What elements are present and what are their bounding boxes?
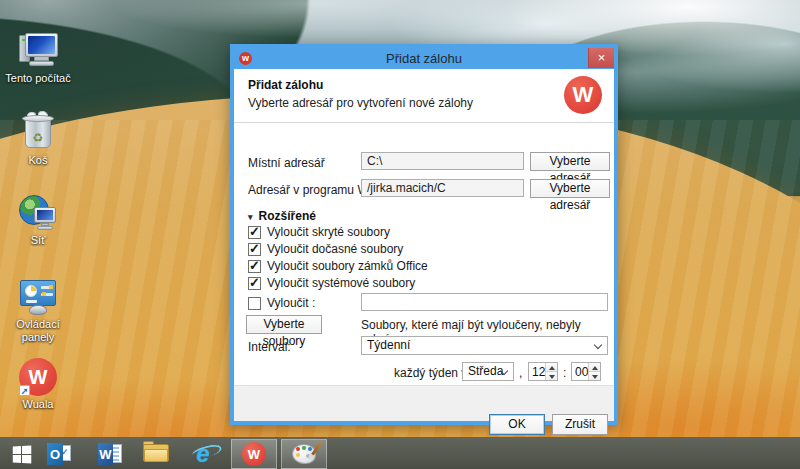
taskbar-item-file-explorer[interactable] xyxy=(141,440,171,468)
wuala-icon: W ➚ xyxy=(17,358,59,396)
advanced-section-label: Rozšířené xyxy=(259,209,316,223)
checkbox-exclude-hidden[interactable]: Vyloučit skryté soubory xyxy=(248,225,390,239)
close-button[interactable]: × xyxy=(588,48,614,68)
dialog-body: Přidat zálohu Vyberte adresář pro vytvoř… xyxy=(234,69,614,421)
minute-spinner[interactable]: 00 xyxy=(571,362,601,381)
desktop-icon-recycle-bin[interactable]: ♻ Koš xyxy=(0,114,76,167)
taskbar: O W e W xyxy=(0,437,800,469)
schedule-colon: : xyxy=(563,366,566,380)
checkbox-box[interactable] xyxy=(248,226,261,239)
desktop-icon-label: Tento počítač xyxy=(0,72,76,85)
checkbox-box[interactable] xyxy=(248,297,261,310)
choose-local-dir-button[interactable]: Vyberte adresář xyxy=(530,152,610,171)
chevron-down-icon xyxy=(594,341,602,349)
local-dir-field[interactable]: C:\ xyxy=(361,152,524,170)
checkbox-exclude-office-locks[interactable]: Vyloučit soubory zámků Office xyxy=(248,259,428,273)
add-backup-dialog: w Přidat zálohu × Přidat zálohu Vyberte … xyxy=(230,44,618,425)
checkbox-box[interactable] xyxy=(248,260,261,273)
checkbox-label: Vyloučit skryté soubory xyxy=(267,225,390,239)
interval-value: Týdenní xyxy=(367,338,410,352)
weekday-select[interactable]: Středa xyxy=(462,362,514,381)
checkbox-box[interactable] xyxy=(248,277,261,290)
choose-wuala-dir-button[interactable]: Vyberte adresář xyxy=(530,179,610,198)
dialog-header-subtitle: Vyberte adresář pro vytvoření nové záloh… xyxy=(248,96,473,110)
desktop-icon-label: Ovládací panely xyxy=(0,318,76,344)
checkbox-label: Vyloučit systémové soubory xyxy=(267,276,415,290)
internet-explorer-icon: e xyxy=(196,442,209,466)
wuala-dir-field[interactable]: /jirka.macich/C xyxy=(361,179,524,197)
checkbox-label: Vyloučit dočasné soubory xyxy=(267,242,403,256)
taskbar-item-paint[interactable] xyxy=(281,439,327,469)
recycle-bin-icon: ♻ xyxy=(17,114,59,152)
taskbar-item-wuala[interactable]: W xyxy=(231,439,277,469)
desktop-icon-label: Síť xyxy=(0,234,76,247)
minute-value: 00 xyxy=(575,365,588,379)
spin-up-icon[interactable] xyxy=(546,363,557,372)
spin-up-icon[interactable] xyxy=(589,363,600,372)
schedule-comma: , xyxy=(519,366,522,380)
checkbox-exclude-custom[interactable]: Vyloučit : xyxy=(248,296,315,310)
taskbar-item-internet-explorer[interactable]: e xyxy=(188,440,218,468)
desktop-icon-network[interactable]: Síť xyxy=(0,194,76,247)
spin-down-icon[interactable] xyxy=(589,372,600,380)
hour-value: 12 xyxy=(532,365,545,379)
control-panel-icon xyxy=(17,278,59,316)
interval-label: Interval: xyxy=(248,340,291,354)
taskbar-item-outlook[interactable]: O xyxy=(44,440,74,468)
folder-icon xyxy=(143,444,169,464)
desktop-icon-label: Wuala xyxy=(0,398,76,411)
taskbar-item-word[interactable]: W xyxy=(95,440,125,468)
cancel-button[interactable]: Zrušit xyxy=(552,414,608,435)
dialog-title: Přidat zálohu xyxy=(234,51,614,66)
wuala-taskbar-icon: W xyxy=(242,442,266,466)
ok-button[interactable]: OK xyxy=(489,414,545,435)
header-separator xyxy=(234,122,614,123)
computer-icon xyxy=(17,32,59,70)
start-button[interactable] xyxy=(6,440,36,468)
desktop-icon-label: Koš xyxy=(0,154,76,167)
select-files-button[interactable]: Vyberte soubory xyxy=(246,315,322,334)
dialog-header-title: Přidat zálohu xyxy=(248,78,323,92)
weekday-value: Středa xyxy=(468,364,503,378)
spin-down-icon[interactable] xyxy=(546,372,557,380)
word-icon: W xyxy=(98,443,122,465)
desktop-icon-this-pc[interactable]: Tento počítač xyxy=(0,32,76,85)
schedule-prefix: každý týden v xyxy=(394,366,467,380)
checkbox-box[interactable] xyxy=(248,243,261,256)
wuala-logo: W xyxy=(564,76,602,114)
checkbox-exclude-system[interactable]: Vyloučit systémové soubory xyxy=(248,276,415,290)
desktop-icon-wuala[interactable]: W ➚ Wuala xyxy=(0,358,76,411)
collapse-triangle-icon: ▾ xyxy=(248,212,253,222)
outlook-icon: O xyxy=(47,443,71,465)
exclude-pattern-field[interactable] xyxy=(361,293,608,311)
hour-spinner[interactable]: 12 xyxy=(528,362,558,381)
advanced-section-toggle[interactable]: ▾Rozšířené xyxy=(248,209,316,223)
dialog-titlebar[interactable]: w Přidat zálohu xyxy=(234,48,614,69)
local-dir-label: Místní adresář xyxy=(248,156,325,170)
checkbox-exclude-temp[interactable]: Vyloučit dočasné soubory xyxy=(248,242,403,256)
desktop-icon-control-panel[interactable]: Ovládací panely xyxy=(0,278,76,344)
network-icon xyxy=(17,194,59,232)
checkbox-label: Vyloučit soubory zámků Office xyxy=(267,259,428,273)
windows-logo-icon xyxy=(12,445,30,463)
checkbox-label: Vyloučit : xyxy=(267,296,315,310)
paint-icon xyxy=(292,444,316,464)
interval-select[interactable]: Týdenní xyxy=(361,336,608,355)
